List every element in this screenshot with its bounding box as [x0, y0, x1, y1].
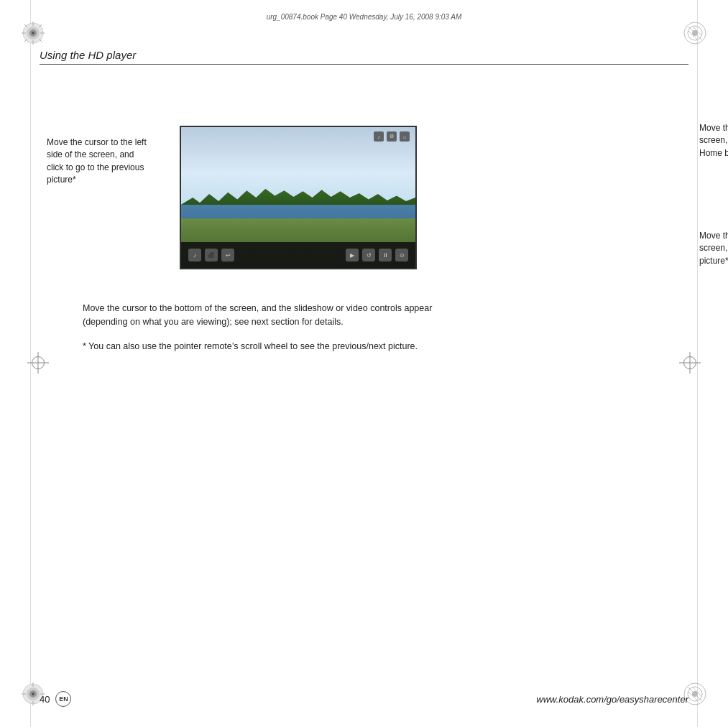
tv-home-icon: ⌂: [400, 131, 410, 142]
tv-ctrl-music: ♪: [188, 249, 201, 261]
tv-ctrl-refresh: ↺: [362, 249, 375, 261]
footer: 40 EN www.kodak.com/go/easysharecenter: [40, 691, 688, 707]
tv-ctrl-left-group: ♪ ⬛ ↩: [188, 249, 234, 261]
tv-top-icons: ♪ ⚙ ⌂: [374, 131, 410, 142]
callout-left: Move the cursor to the left side of the …: [47, 136, 147, 187]
tv-music-icon: ♪: [374, 131, 384, 142]
tv-ctrl-camera: ⊙: [395, 249, 408, 261]
tv-ctrl-play: ▶: [346, 249, 359, 261]
footer-url: www.kodak.com/go/easysharecenter: [536, 694, 688, 705]
tv-ctrl-stop: ⬛: [205, 249, 218, 261]
language-badge: EN: [55, 691, 71, 707]
main-content: Move the cursor to the left side of the …: [40, 79, 688, 670]
svg-point-17: [692, 30, 698, 36]
page-title: Using the HD player: [40, 49, 688, 61]
callout-left-text: Move the cursor to the left side of the …: [47, 137, 147, 185]
bottom-note-text: * You can also use the pointer remote’s …: [83, 340, 442, 353]
tv-screen: ♪ ⚙ ⌂ ♪ ⬛ ↩ ▶ ↺ ⏸ ⊙: [180, 126, 417, 269]
heading-rule: [40, 64, 688, 65]
tv-ctrl-back: ↩: [221, 249, 234, 261]
callout-upper-right-text: Move the cursor to the upper right of th…: [699, 123, 728, 158]
page-heading-area: Using the HD player: [40, 49, 688, 65]
mid-right-reg: [679, 352, 701, 374]
file-metadata: urg_00874.book Page 40 Wednesday, July 1…: [0, 13, 728, 21]
callout-lower-right-text: Move the cursor to the right side of the…: [699, 231, 728, 266]
callout-lower-right: Move the cursor to the right side of the…: [699, 230, 728, 267]
tv-ctrl-pause: ⏸: [379, 249, 392, 261]
bottom-main-text: Move the cursor to the bottom of the scr…: [83, 302, 442, 330]
svg-point-3: [32, 32, 34, 34]
tv-controls: ♪ ⬛ ↩ ▶ ↺ ⏸ ⊙: [181, 242, 415, 268]
callout-upper-right: Move the cursor to the upper right of th…: [699, 122, 728, 159]
mid-left-reg: [27, 352, 49, 374]
tv-bottom-bracket: [255, 268, 341, 269]
bottom-text-section: Move the cursor to the bottom of the scr…: [83, 302, 442, 353]
svg-point-21: [32, 693, 34, 695]
page-number: 40: [40, 694, 50, 705]
corner-mark-tl: [20, 20, 46, 46]
footer-left: 40 EN: [40, 691, 71, 707]
tv-gear-icon: ⚙: [387, 131, 397, 142]
tv-ctrl-right-group: ▶ ↺ ⏸ ⊙: [346, 249, 408, 261]
svg-point-31: [692, 691, 698, 697]
corner-mark-tr: [682, 20, 708, 46]
